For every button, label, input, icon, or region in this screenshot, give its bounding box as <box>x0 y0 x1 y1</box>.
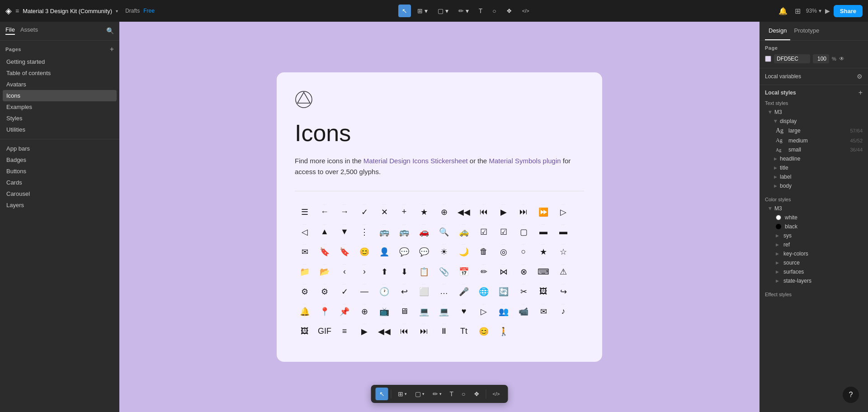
icon-cell[interactable]: ···☀ <box>434 242 454 262</box>
component-tool-btn[interactable]: ❖ <box>503 5 516 17</box>
icon-cell[interactable]: ···⚠ <box>553 262 573 282</box>
code-tool[interactable]: </> <box>489 388 504 399</box>
icon-cell[interactable]: ···★ <box>414 202 434 222</box>
icon-cell[interactable]: ···🚌 <box>374 222 394 242</box>
icon-cell[interactable]: ···⏮ <box>474 202 494 222</box>
icon-cell[interactable]: ···GIF <box>315 322 335 341</box>
icon-cell[interactable]: ···▢ <box>514 222 533 242</box>
icon-cell[interactable]: ···▷ <box>553 202 573 222</box>
add-page-btn[interactable]: + <box>110 45 114 53</box>
icon-cell[interactable]: ···⬜ <box>414 282 434 302</box>
menu-icon[interactable]: ≡ <box>15 7 19 14</box>
icon-cell[interactable]: ···… <box>434 282 454 302</box>
icon-cell[interactable]: ···🖥 <box>394 302 414 322</box>
icon-cell[interactable]: ···💻 <box>434 302 454 322</box>
text-style-medium[interactable]: Ag medium 45/52 <box>765 136 863 145</box>
icon-cell[interactable]: ···✂ <box>514 282 533 302</box>
icon-cell[interactable]: ···📁 <box>295 262 315 282</box>
layout-btn[interactable]: ⊞ <box>793 5 802 17</box>
rect-tool[interactable]: ▢ ▾ <box>411 388 428 400</box>
icon-cell[interactable]: ···🚕 <box>454 222 474 242</box>
icon-cell[interactable]: ···↩ <box>394 282 414 302</box>
color-key-colors[interactable]: ▶ key-colors <box>765 249 863 258</box>
body-group[interactable]: ▶ body <box>765 181 863 190</box>
icon-cell[interactable]: ···‹ <box>335 262 354 282</box>
icon-cell[interactable]: ···✉ <box>295 242 315 262</box>
icon-cell[interactable]: ···★ <box>533 242 553 262</box>
icon-cell[interactable]: ···⊕ <box>434 202 454 222</box>
icon-cell[interactable]: ···🌐 <box>474 282 494 302</box>
icon-cell[interactable]: ···😊 <box>474 322 494 341</box>
icon-cell[interactable]: ···📹 <box>514 302 533 322</box>
icon-cell[interactable]: ···🚌 <box>394 222 414 242</box>
label-group[interactable]: ▶ label <box>765 172 863 181</box>
icon-cell[interactable]: ···◀◀ <box>454 202 474 222</box>
icon-cell[interactable]: ···▬ <box>553 222 573 242</box>
icon-cell[interactable]: ···⊕ <box>354 302 374 322</box>
color-source[interactable]: ▶ source <box>765 258 863 267</box>
icon-cell[interactable]: ···⏭ <box>414 322 434 341</box>
icon-cell[interactable]: ···⌨ <box>533 262 553 282</box>
icon-cell[interactable]: ···♥ <box>454 302 474 322</box>
icon-cell[interactable]: ···✉ <box>533 302 553 322</box>
icon-cell[interactable]: ···🖼 <box>295 322 315 341</box>
prototype-tab[interactable]: Prototype <box>790 22 823 40</box>
page-item-examples[interactable]: Examples <box>3 101 117 113</box>
component-item-cards[interactable]: Cards <box>3 177 117 188</box>
color-black[interactable]: black <box>765 222 863 231</box>
local-vars-btn[interactable]: ⚙ <box>857 73 863 80</box>
search-btn[interactable]: 🔍 <box>106 27 114 34</box>
icon-cell[interactable]: ···📋 <box>414 262 434 282</box>
icon-cell[interactable]: ···⊗ <box>514 262 533 282</box>
color-state-layers[interactable]: ▶ state-layers <box>765 276 863 285</box>
component-item-layers[interactable]: Layers <box>3 199 117 211</box>
page-item-table-of-contents[interactable]: Table of contents <box>3 67 117 79</box>
icon-cell[interactable]: ···☑ <box>494 222 514 242</box>
icon-cell[interactable]: ···⋈ <box>494 262 514 282</box>
select-tool-btn[interactable]: ↖ <box>398 5 411 17</box>
icon-cell[interactable]: ···💻 <box>414 302 434 322</box>
icon-cell[interactable]: ···↪ <box>553 282 573 302</box>
display-group[interactable]: ▶ display <box>765 117 863 126</box>
icon-cell[interactable]: ···🖼 <box>533 282 553 302</box>
icon-cell[interactable]: ···☑ <box>474 222 494 242</box>
page-item-icons[interactable]: Icons <box>3 90 117 101</box>
icon-cell[interactable]: ···🚶 <box>494 322 514 341</box>
icon-cell[interactable]: ···📂 <box>315 262 335 282</box>
icon-cell[interactable]: ···◎ <box>494 242 514 262</box>
file-tab[interactable]: File <box>5 26 15 35</box>
text-style-small[interactable]: Ag small 36/44 <box>765 145 863 154</box>
icon-cell[interactable]: ···💬 <box>394 242 414 262</box>
text-tool-btn[interactable]: T <box>475 5 486 17</box>
icon-cell[interactable]: ···💬 <box>414 242 434 262</box>
icon-cell[interactable]: ···☆ <box>553 242 573 262</box>
title-group[interactable]: ▶ title <box>765 163 863 172</box>
icon-cell[interactable]: ···← <box>315 202 335 222</box>
icon-cell[interactable]: ···▶ <box>354 322 374 341</box>
m3-color-group[interactable]: ▶ M3 <box>765 204 863 213</box>
frame-tool[interactable]: ⊞ ▾ <box>394 388 410 400</box>
icon-cell[interactable]: ···📎 <box>434 262 454 282</box>
icon-cell[interactable]: ···○ <box>514 242 533 262</box>
icon-cell[interactable]: ···Tt <box>454 322 474 341</box>
rect-tool-btn[interactable]: ▢ ▾ <box>434 5 452 17</box>
icon-cell[interactable]: ···☰ <box>295 202 315 222</box>
ellipse-tool-btn[interactable]: ○ <box>489 5 500 17</box>
link2[interactable]: Material Symbols plugin <box>489 157 561 165</box>
icon-cell[interactable]: ···⋮ <box>354 222 374 242</box>
icon-cell[interactable]: ···▶ <box>494 202 514 222</box>
share-btn[interactable]: Share <box>834 5 863 17</box>
icon-cell[interactable]: ···🔍 <box>434 222 454 242</box>
icon-cell[interactable]: ···📌 <box>335 302 354 322</box>
ellipse-tool[interactable]: ○ <box>458 388 469 400</box>
icon-cell[interactable]: ···🚗 <box>414 222 434 242</box>
text-style-large[interactable]: Ag large 57/64 <box>765 126 863 136</box>
component-item-badges[interactable]: Badges <box>3 154 117 166</box>
icon-cell[interactable]: ···+ <box>394 202 414 222</box>
vector-tool-btn[interactable]: ✏ ▾ <box>455 5 472 17</box>
zoom-control[interactable]: 93% ▾ <box>806 8 821 14</box>
icon-cell[interactable]: ···⬇ <box>394 262 414 282</box>
page-item-utilities[interactable]: Utilities <box>3 124 117 135</box>
icon-cell[interactable]: ···🔔 <box>295 302 315 322</box>
icon-cell[interactable]: ···😊 <box>354 242 374 262</box>
